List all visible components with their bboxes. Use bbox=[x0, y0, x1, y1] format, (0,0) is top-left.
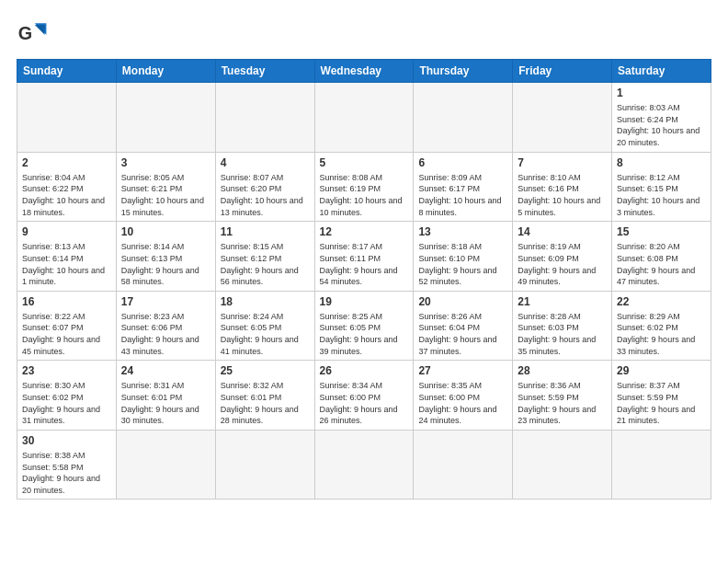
day-number: 7 bbox=[518, 155, 607, 170]
calendar-cell: 20Sunrise: 8:26 AM Sunset: 6:04 PM Dayli… bbox=[414, 291, 513, 361]
header: G bbox=[17, 17, 711, 50]
day-number: 19 bbox=[320, 294, 409, 309]
week-row-2: 9Sunrise: 8:13 AM Sunset: 6:14 PM Daylig… bbox=[17, 222, 711, 292]
day-info: Sunrise: 8:28 AM Sunset: 6:03 PM Dayligh… bbox=[518, 311, 607, 357]
day-info: Sunrise: 8:35 AM Sunset: 6:00 PM Dayligh… bbox=[418, 380, 507, 426]
week-row-5: 30Sunrise: 8:38 AM Sunset: 5:58 PM Dayli… bbox=[17, 430, 711, 500]
calendar-cell: 29Sunrise: 8:37 AM Sunset: 5:59 PM Dayli… bbox=[612, 361, 711, 431]
day-number: 16 bbox=[22, 294, 111, 309]
calendar-cell bbox=[215, 430, 314, 500]
day-number: 29 bbox=[617, 363, 706, 378]
day-info: Sunrise: 8:18 AM Sunset: 6:10 PM Dayligh… bbox=[418, 241, 507, 287]
day-info: Sunrise: 8:04 AM Sunset: 6:22 PM Dayligh… bbox=[22, 172, 111, 218]
calendar-cell bbox=[513, 83, 612, 153]
day-number: 12 bbox=[320, 224, 409, 239]
day-number: 9 bbox=[22, 224, 111, 239]
day-info: Sunrise: 8:34 AM Sunset: 6:00 PM Dayligh… bbox=[320, 380, 409, 426]
calendar-cell: 2Sunrise: 8:04 AM Sunset: 6:22 PM Daylig… bbox=[17, 152, 117, 222]
calendar-cell bbox=[513, 430, 612, 500]
calendar-cell: 10Sunrise: 8:14 AM Sunset: 6:13 PM Dayli… bbox=[116, 222, 215, 292]
calendar-cell bbox=[314, 430, 414, 500]
calendar-cell: 11Sunrise: 8:15 AM Sunset: 6:12 PM Dayli… bbox=[215, 222, 314, 292]
day-number: 21 bbox=[518, 294, 607, 309]
day-info: Sunrise: 8:32 AM Sunset: 6:01 PM Dayligh… bbox=[221, 380, 310, 426]
day-info: Sunrise: 8:36 AM Sunset: 5:59 PM Dayligh… bbox=[518, 380, 607, 426]
day-info: Sunrise: 8:08 AM Sunset: 6:19 PM Dayligh… bbox=[320, 172, 409, 218]
calendar-cell: 23Sunrise: 8:30 AM Sunset: 6:02 PM Dayli… bbox=[17, 361, 117, 431]
day-number: 18 bbox=[221, 294, 310, 309]
calendar-cell: 18Sunrise: 8:24 AM Sunset: 6:05 PM Dayli… bbox=[215, 291, 314, 361]
page: G SundayMondayTuesdayWednesdayThursdayFr… bbox=[0, 0, 728, 509]
calendar-cell: 19Sunrise: 8:25 AM Sunset: 6:05 PM Dayli… bbox=[314, 291, 414, 361]
day-number: 23 bbox=[22, 363, 111, 378]
day-header-saturday: Saturday bbox=[612, 60, 711, 83]
day-info: Sunrise: 8:26 AM Sunset: 6:04 PM Dayligh… bbox=[418, 311, 507, 357]
calendar-cell: 8Sunrise: 8:12 AM Sunset: 6:15 PM Daylig… bbox=[612, 152, 711, 222]
day-info: Sunrise: 8:25 AM Sunset: 6:05 PM Dayligh… bbox=[320, 311, 409, 357]
week-row-0: 1Sunrise: 8:03 AM Sunset: 6:24 PM Daylig… bbox=[17, 83, 711, 153]
day-header-thursday: Thursday bbox=[414, 60, 513, 83]
day-info: Sunrise: 8:31 AM Sunset: 6:01 PM Dayligh… bbox=[121, 380, 210, 426]
day-info: Sunrise: 8:19 AM Sunset: 6:09 PM Dayligh… bbox=[518, 241, 607, 287]
svg-text:G: G bbox=[18, 23, 32, 43]
day-number: 22 bbox=[617, 294, 706, 309]
day-number: 11 bbox=[221, 224, 310, 239]
calendar-cell: 1Sunrise: 8:03 AM Sunset: 6:24 PM Daylig… bbox=[612, 83, 711, 153]
day-info: Sunrise: 8:38 AM Sunset: 5:58 PM Dayligh… bbox=[22, 450, 111, 496]
calendar-cell: 9Sunrise: 8:13 AM Sunset: 6:14 PM Daylig… bbox=[17, 222, 117, 292]
calendar-cell: 6Sunrise: 8:09 AM Sunset: 6:17 PM Daylig… bbox=[414, 152, 513, 222]
day-info: Sunrise: 8:30 AM Sunset: 6:02 PM Dayligh… bbox=[22, 380, 111, 426]
svg-marker-2 bbox=[35, 25, 45, 35]
week-row-4: 23Sunrise: 8:30 AM Sunset: 6:02 PM Dayli… bbox=[17, 361, 711, 431]
calendar-cell: 17Sunrise: 8:23 AM Sunset: 6:06 PM Dayli… bbox=[116, 291, 215, 361]
day-number: 24 bbox=[121, 363, 210, 378]
calendar-cell: 22Sunrise: 8:29 AM Sunset: 6:02 PM Dayli… bbox=[612, 291, 711, 361]
day-number: 6 bbox=[418, 155, 507, 170]
calendar-cell bbox=[314, 83, 414, 153]
day-info: Sunrise: 8:24 AM Sunset: 6:05 PM Dayligh… bbox=[221, 311, 310, 357]
day-number: 3 bbox=[121, 155, 210, 170]
calendar-cell: 25Sunrise: 8:32 AM Sunset: 6:01 PM Dayli… bbox=[215, 361, 314, 431]
calendar-cell: 15Sunrise: 8:20 AM Sunset: 6:08 PM Dayli… bbox=[612, 222, 711, 292]
calendar-cell: 12Sunrise: 8:17 AM Sunset: 6:11 PM Dayli… bbox=[314, 222, 414, 292]
calendar-cell: 5Sunrise: 8:08 AM Sunset: 6:19 PM Daylig… bbox=[314, 152, 414, 222]
day-header-friday: Friday bbox=[513, 60, 612, 83]
day-info: Sunrise: 8:22 AM Sunset: 6:07 PM Dayligh… bbox=[22, 311, 111, 357]
calendar-header-row: SundayMondayTuesdayWednesdayThursdayFrid… bbox=[17, 60, 711, 83]
calendar: SundayMondayTuesdayWednesdayThursdayFrid… bbox=[17, 59, 711, 500]
day-number: 4 bbox=[221, 155, 310, 170]
day-info: Sunrise: 8:23 AM Sunset: 6:06 PM Dayligh… bbox=[121, 311, 210, 357]
day-info: Sunrise: 8:09 AM Sunset: 6:17 PM Dayligh… bbox=[418, 172, 507, 218]
day-info: Sunrise: 8:15 AM Sunset: 6:12 PM Dayligh… bbox=[221, 241, 310, 287]
day-number: 25 bbox=[221, 363, 310, 378]
week-row-1: 2Sunrise: 8:04 AM Sunset: 6:22 PM Daylig… bbox=[17, 152, 711, 222]
day-header-tuesday: Tuesday bbox=[215, 60, 314, 83]
calendar-cell bbox=[414, 83, 513, 153]
calendar-cell: 24Sunrise: 8:31 AM Sunset: 6:01 PM Dayli… bbox=[116, 361, 215, 431]
calendar-cell bbox=[612, 430, 711, 500]
day-number: 8 bbox=[617, 155, 706, 170]
day-number: 17 bbox=[121, 294, 210, 309]
day-number: 30 bbox=[22, 433, 111, 448]
day-number: 13 bbox=[418, 224, 507, 239]
calendar-cell: 28Sunrise: 8:36 AM Sunset: 5:59 PM Dayli… bbox=[513, 361, 612, 431]
day-info: Sunrise: 8:10 AM Sunset: 6:16 PM Dayligh… bbox=[518, 172, 607, 218]
calendar-cell bbox=[17, 83, 117, 153]
day-number: 28 bbox=[518, 363, 607, 378]
calendar-cell: 14Sunrise: 8:19 AM Sunset: 6:09 PM Dayli… bbox=[513, 222, 612, 292]
day-number: 26 bbox=[320, 363, 409, 378]
day-info: Sunrise: 8:13 AM Sunset: 6:14 PM Dayligh… bbox=[22, 241, 111, 287]
day-number: 15 bbox=[617, 224, 706, 239]
week-row-3: 16Sunrise: 8:22 AM Sunset: 6:07 PM Dayli… bbox=[17, 291, 711, 361]
calendar-cell: 3Sunrise: 8:05 AM Sunset: 6:21 PM Daylig… bbox=[116, 152, 215, 222]
calendar-cell bbox=[116, 430, 215, 500]
day-number: 27 bbox=[418, 363, 507, 378]
logo: G bbox=[17, 17, 55, 50]
day-info: Sunrise: 8:37 AM Sunset: 5:59 PM Dayligh… bbox=[617, 380, 706, 426]
calendar-cell: 13Sunrise: 8:18 AM Sunset: 6:10 PM Dayli… bbox=[414, 222, 513, 292]
calendar-cell bbox=[116, 83, 215, 153]
day-info: Sunrise: 8:03 AM Sunset: 6:24 PM Dayligh… bbox=[617, 102, 706, 148]
day-header-wednesday: Wednesday bbox=[314, 60, 414, 83]
day-info: Sunrise: 8:20 AM Sunset: 6:08 PM Dayligh… bbox=[617, 241, 706, 287]
logo-icon: G bbox=[17, 17, 50, 50]
